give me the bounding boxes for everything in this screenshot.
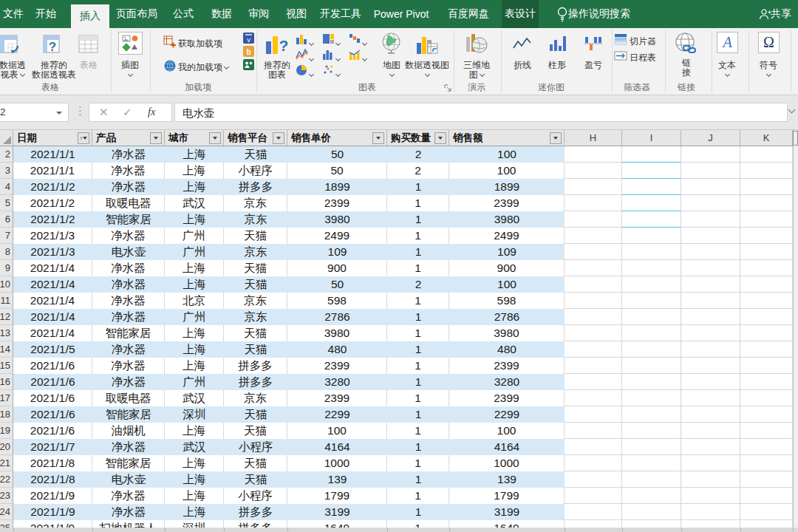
- cell[interactable]: 1: [387, 406, 449, 423]
- empty-cell[interactable]: [622, 504, 681, 520]
- cell[interactable]: 净水器: [92, 488, 165, 504]
- empty-cell[interactable]: [681, 390, 740, 406]
- cell[interactable]: 天猫: [224, 423, 287, 439]
- cell[interactable]: 50: [287, 276, 387, 293]
- filter-button-销售额[interactable]: [550, 132, 562, 144]
- cell[interactable]: 上海: [165, 455, 224, 471]
- empty-cell[interactable]: [740, 163, 793, 179]
- cell[interactable]: 2021/1/3: [13, 244, 92, 260]
- cell[interactable]: 2299: [449, 406, 565, 423]
- cell[interactable]: 3280: [449, 374, 565, 390]
- cell[interactable]: 净水器: [92, 228, 165, 244]
- empty-cell[interactable]: [622, 309, 681, 325]
- bing-addin-icon[interactable]: b: [243, 46, 254, 60]
- empty-cell[interactable]: [565, 374, 622, 390]
- filter-button-购买数量[interactable]: [434, 132, 446, 144]
- empty-cell[interactable]: [681, 455, 740, 471]
- cell[interactable]: 2021/1/6: [13, 358, 92, 374]
- link-button[interactable]: 链接: [678, 58, 695, 78]
- cell[interactable]: 上海: [165, 471, 224, 488]
- row-header-2[interactable]: 2: [0, 146, 13, 163]
- cell[interactable]: 109: [287, 244, 387, 260]
- filter-button-销售平台[interactable]: [273, 132, 284, 144]
- cell[interactable]: 480: [287, 341, 387, 358]
- cell[interactable]: 3199: [449, 504, 565, 520]
- cell[interactable]: 天猫: [224, 406, 287, 423]
- cell[interactable]: 2399: [449, 358, 565, 374]
- people-graph-addin-icon[interactable]: [243, 59, 254, 73]
- cell[interactable]: 2021/1/4: [13, 293, 92, 309]
- empty-cell[interactable]: [681, 146, 740, 163]
- cell[interactable]: 小程序: [224, 439, 287, 455]
- insert-hierarchy-chart-icon[interactable]: [322, 33, 335, 48]
- empty-cell[interactable]: [565, 276, 622, 293]
- empty-cell[interactable]: [565, 406, 622, 423]
- empty-cell[interactable]: [622, 195, 681, 211]
- column-header-I[interactable]: I: [622, 130, 681, 146]
- symbols-button[interactable]: 符号: [751, 61, 785, 80]
- empty-cell[interactable]: [681, 374, 740, 390]
- empty-cell[interactable]: [565, 195, 622, 211]
- cell[interactable]: 4164: [287, 439, 387, 455]
- empty-cell[interactable]: [622, 276, 681, 293]
- empty-cell[interactable]: [565, 488, 622, 504]
- empty-cell[interactable]: [681, 211, 740, 228]
- cell[interactable]: 电水壶: [92, 471, 165, 488]
- empty-cell[interactable]: [681, 406, 740, 423]
- cell[interactable]: 1: [387, 358, 449, 374]
- cell[interactable]: 净水器: [92, 293, 165, 309]
- empty-cell[interactable]: [740, 374, 793, 390]
- tab-Power Pivot[interactable]: Power Pivot: [369, 0, 434, 28]
- empty-cell[interactable]: [681, 260, 740, 276]
- row-header-18[interactable]: 18: [0, 406, 13, 423]
- tab-开始[interactable]: 开始: [31, 0, 61, 28]
- name-box[interactable]: A2: [0, 103, 69, 122]
- cell[interactable]: 天猫: [224, 325, 287, 341]
- cell[interactable]: 2399: [449, 195, 565, 211]
- share-button[interactable]: 共享: [770, 0, 792, 28]
- cell[interactable]: 天猫: [224, 471, 287, 488]
- cell[interactable]: 拼多多: [224, 358, 287, 374]
- cell[interactable]: 598: [287, 293, 387, 309]
- tab-开发工具[interactable]: 开发工具: [317, 0, 364, 28]
- cell[interactable]: 3980: [449, 325, 565, 341]
- empty-cell[interactable]: [565, 439, 622, 455]
- empty-cell[interactable]: [681, 244, 740, 260]
- empty-cell[interactable]: [622, 341, 681, 358]
- cell[interactable]: 小程序: [224, 163, 287, 179]
- empty-cell[interactable]: [565, 163, 622, 179]
- cell[interactable]: 上海: [165, 276, 224, 293]
- illustrations-button[interactable]: 插图: [113, 61, 147, 80]
- cell[interactable]: 京东: [224, 293, 287, 309]
- cell[interactable]: 天猫: [224, 146, 287, 163]
- cell[interactable]: 北京: [165, 293, 224, 309]
- empty-cell[interactable]: [565, 504, 622, 520]
- cell[interactable]: 净水器: [92, 439, 165, 455]
- name-box-dropdown-icon[interactable]: [56, 112, 62, 115]
- get-addins-button[interactable]: 获取加载项: [178, 38, 222, 50]
- cell[interactable]: 1000: [449, 455, 565, 471]
- cell[interactable]: 净水器: [92, 179, 165, 195]
- cell[interactable]: 2021/1/8: [13, 455, 92, 471]
- empty-cell[interactable]: [565, 309, 622, 325]
- empty-cell[interactable]: [740, 406, 793, 423]
- empty-cell[interactable]: [740, 455, 793, 471]
- empty-cell[interactable]: [622, 390, 681, 406]
- cell[interactable]: 天猫: [224, 260, 287, 276]
- cell[interactable]: 电水壶: [92, 244, 165, 260]
- tab-视图[interactable]: 视图: [280, 0, 313, 28]
- cell[interactable]: 拼多多: [224, 179, 287, 195]
- row-header-21[interactable]: 21: [0, 455, 13, 471]
- empty-cell[interactable]: [565, 293, 622, 309]
- cell[interactable]: 900: [449, 260, 565, 276]
- empty-cell[interactable]: [681, 293, 740, 309]
- cell[interactable]: 2: [387, 276, 449, 293]
- cell[interactable]: 3280: [287, 374, 387, 390]
- empty-cell[interactable]: [681, 341, 740, 358]
- row-header-13[interactable]: 13: [0, 325, 13, 341]
- cell[interactable]: 2399: [449, 390, 565, 406]
- empty-cell[interactable]: [740, 211, 793, 228]
- empty-cell[interactable]: [565, 423, 622, 439]
- cell[interactable]: 净水器: [92, 146, 165, 163]
- empty-cell[interactable]: [565, 211, 622, 228]
